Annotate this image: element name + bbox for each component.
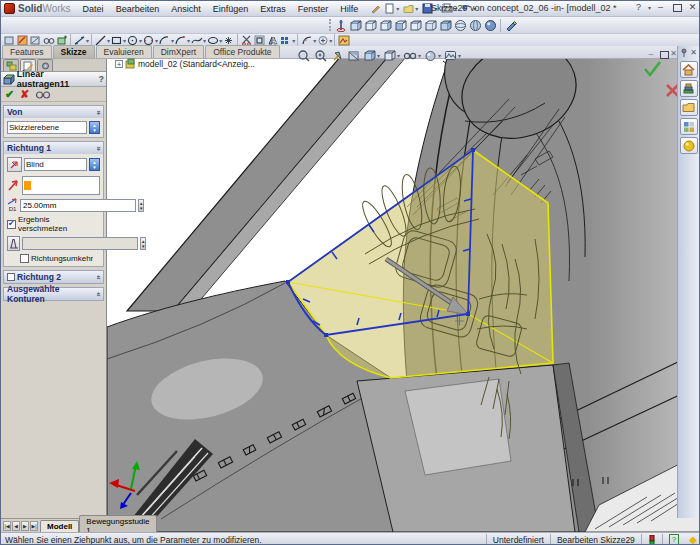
view-palette-icon[interactable] xyxy=(680,118,698,135)
zoom-fit-icon[interactable] xyxy=(297,48,311,63)
view-orientation-icon[interactable]: ▾ xyxy=(363,48,380,63)
previous-view-icon[interactable] xyxy=(331,48,344,63)
solidworks-logo-icon xyxy=(4,3,15,14)
help-button[interactable]: ? xyxy=(632,2,645,13)
view-right-icon[interactable] xyxy=(393,18,408,33)
wireframe-display-icon[interactable] xyxy=(453,18,468,33)
first-tab-button[interactable]: |◀ xyxy=(3,521,11,531)
reference-triad-icon[interactable] xyxy=(333,18,348,33)
draft-outward-checkbox[interactable] xyxy=(20,254,29,263)
richtung2-checkbox[interactable] xyxy=(7,273,15,281)
model-tab-strip: |◀ ◀ ▶ ▶| Modell Bewegungsstudie 1 xyxy=(1,518,153,532)
menu-hilfe[interactable]: Hilfe xyxy=(334,3,364,15)
tab-office-produkte[interactable]: Office Produkte xyxy=(205,45,279,58)
menu-einfuegen[interactable]: Einfügen xyxy=(207,3,255,15)
hide-show-items-icon[interactable]: ▾ xyxy=(403,48,421,63)
depth-input[interactable] xyxy=(20,199,136,212)
tab-features[interactable]: Features xyxy=(2,45,52,58)
view-left-icon[interactable] xyxy=(378,18,393,33)
resources-home-icon[interactable] xyxy=(680,61,698,78)
graphics-area[interactable] xyxy=(107,59,700,532)
end-condition-select[interactable]: Blind xyxy=(24,158,87,171)
restore-button[interactable] xyxy=(670,2,683,13)
merge-checkbox[interactable]: ✔ xyxy=(7,220,16,229)
file-explorer-icon[interactable] xyxy=(680,99,698,116)
sketch-state-icon xyxy=(641,534,662,545)
menu-bearbeiten[interactable]: Bearbeiten xyxy=(110,3,166,15)
view-top-icon[interactable] xyxy=(408,18,423,33)
detail-preview-icon[interactable] xyxy=(35,89,51,100)
display-style-icon[interactable]: ▾ xyxy=(383,48,400,63)
tab-evaluieren[interactable]: Evaluieren xyxy=(96,45,152,58)
combo-arrows-icon[interactable]: ▲▼ xyxy=(89,121,100,134)
section-header-von[interactable]: Von « xyxy=(4,106,103,118)
view-front-icon[interactable] xyxy=(348,18,363,33)
pin-icon[interactable] xyxy=(680,48,689,57)
draft-angle-input[interactable] xyxy=(22,237,138,250)
model-middle-panels[interactable] xyxy=(357,363,599,532)
zoom-area-icon[interactable] xyxy=(314,48,328,63)
section-header-konturen[interactable]: Ausgewählte Konturen « xyxy=(4,288,103,300)
start-condition-select[interactable]: Skizzierebene xyxy=(7,121,87,134)
task-pane-close-icon[interactable]: ✕ xyxy=(690,48,697,57)
status-help-icon[interactable]: ? xyxy=(662,534,685,545)
viewport-3d-model[interactable] xyxy=(107,59,700,532)
edit-sketch-icon[interactable] xyxy=(503,18,518,33)
menu-ansicht[interactable]: Ansicht xyxy=(165,3,207,15)
view-back-icon[interactable] xyxy=(363,18,378,33)
doc-restore-button[interactable] xyxy=(657,49,666,57)
menu-fenster[interactable]: Fenster xyxy=(292,3,335,15)
open-icon[interactable]: ▾ xyxy=(403,3,418,14)
section-view-icon[interactable] xyxy=(347,48,360,63)
close-button[interactable]: ✕ xyxy=(686,2,699,13)
ok-button[interactable]: ✔ xyxy=(5,88,14,101)
flyout-feature-tree[interactable]: + modell_02 (Standard<Anzeig... xyxy=(115,58,255,69)
doc-close-button[interactable]: ✕ xyxy=(670,49,677,58)
minimize-button[interactable]: – xyxy=(654,2,667,13)
view-bottom-icon[interactable] xyxy=(423,18,438,33)
draft-button[interactable] xyxy=(7,236,20,251)
pencil-icon[interactable] xyxy=(370,3,381,14)
tab-skizze[interactable]: Skizze xyxy=(53,45,95,58)
display-relations-icon[interactable] xyxy=(316,34,329,46)
quick-tips-icon[interactable]: ◆ xyxy=(685,534,700,545)
design-library-icon[interactable] xyxy=(680,80,698,97)
prev-tab-button[interactable]: ◀ xyxy=(12,521,20,531)
combo-arrows-icon[interactable]: ▲▼ xyxy=(89,158,100,171)
depth-spinner[interactable]: ▲▼ xyxy=(138,199,144,212)
direction-reference-field[interactable] xyxy=(22,176,100,195)
tab-modell[interactable]: Modell xyxy=(40,520,79,532)
scene-icon[interactable]: ▾ xyxy=(444,48,461,63)
tree-expand-icon[interactable]: + xyxy=(115,60,123,68)
appearances-icon[interactable]: ▾ xyxy=(424,48,441,63)
tab-dimxpert[interactable]: DimXpert xyxy=(153,45,204,58)
next-tab-button[interactable]: ▶ xyxy=(21,521,29,531)
tree-root-label[interactable]: modell_02 (Standard<Anzeig... xyxy=(138,59,255,69)
draft-outward-label: Richtungsumkehr xyxy=(31,254,93,263)
section-header-richtung2[interactable]: Richtung 2 « xyxy=(4,271,103,283)
offset-entities-icon[interactable] xyxy=(300,34,313,46)
doc-minimize-button[interactable]: – xyxy=(649,49,653,58)
extrude-feature-icon xyxy=(3,73,15,85)
help-caret-icon[interactable]: ▾ xyxy=(648,4,651,11)
pm-help-icon[interactable]: ? xyxy=(99,74,105,84)
feature-header: Linear austragen11 ? xyxy=(1,72,106,87)
view-isometric-icon[interactable] xyxy=(438,18,453,33)
menu-datei[interactable]: Datei xyxy=(77,3,110,15)
reverse-direction-button[interactable] xyxy=(7,157,22,172)
section-header-richtung1[interactable]: Richtung 1 « xyxy=(4,142,103,154)
menu-extras[interactable]: Extras xyxy=(254,3,292,15)
linear-pattern-icon[interactable] xyxy=(279,34,292,46)
chevron-down-icon: « xyxy=(93,275,102,279)
depth-icon: D1 xyxy=(7,198,18,212)
section-richtung2: Richtung 2 « xyxy=(3,270,104,284)
shaded-display-icon[interactable] xyxy=(483,18,498,33)
new-document-icon[interactable]: ▾ xyxy=(385,3,399,14)
draft-spinner[interactable]: ▲▼ xyxy=(140,237,146,250)
cancel-button[interactable]: ✘ xyxy=(20,88,29,101)
sketch-picture-icon[interactable] xyxy=(337,34,350,46)
hidden-lines-display-icon[interactable] xyxy=(468,18,483,33)
appearances-ball-icon[interactable] xyxy=(680,137,698,154)
last-tab-button[interactable]: ▶| xyxy=(30,521,38,531)
merge-label: Ergebnis verschmelzen xyxy=(18,215,100,233)
